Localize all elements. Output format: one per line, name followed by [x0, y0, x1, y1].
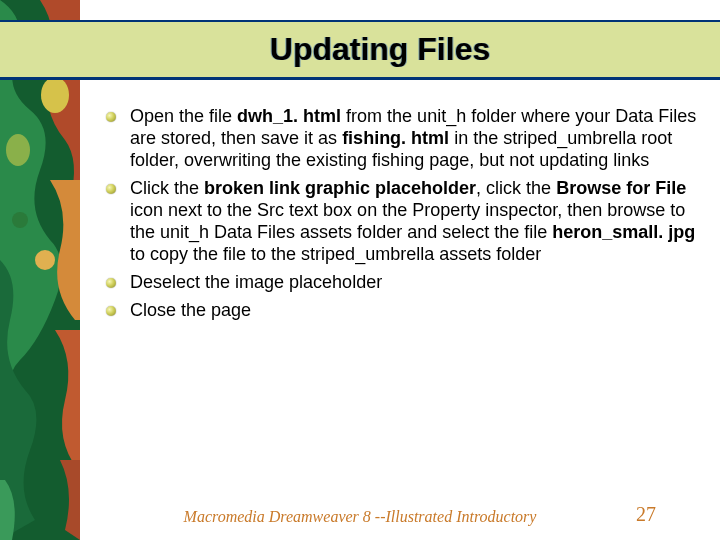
list-item: Close the page: [100, 300, 700, 322]
text: Click the: [130, 178, 204, 198]
bold-text: fishing. html: [342, 128, 449, 148]
footer-text: Macromedia Dreamweaver 8 --Illustrated I…: [184, 508, 537, 525]
slide-title: Updating Files: [270, 31, 490, 68]
text: Open the file: [130, 106, 237, 126]
page-number: 27: [636, 503, 656, 526]
bold-text: Browse for File: [556, 178, 686, 198]
bold-text: dwh_1. html: [237, 106, 341, 126]
content-area: Open the file dwh_1. html from the unit_…: [100, 106, 700, 328]
svg-point-3: [6, 134, 30, 166]
title-band: Updating Files: [0, 20, 720, 80]
text: Deselect the image placeholder: [130, 272, 382, 292]
list-item: Click the broken link graphic placeholde…: [100, 178, 700, 266]
bullet-list: Open the file dwh_1. html from the unit_…: [100, 106, 700, 322]
decorative-sidebar-art: [0, 0, 80, 540]
text: , click the: [476, 178, 556, 198]
list-item: Open the file dwh_1. html from the unit_…: [100, 106, 700, 172]
footer: Macromedia Dreamweaver 8 --Illustrated I…: [0, 508, 720, 526]
svg-point-5: [12, 212, 28, 228]
text: Close the page: [130, 300, 251, 320]
list-item: Deselect the image placeholder: [100, 272, 700, 294]
svg-point-2: [41, 77, 69, 113]
text: to copy the file to the striped_umbrella…: [130, 244, 541, 264]
bold-text: heron_small. jpg: [552, 222, 695, 242]
bold-text: broken link graphic placeholder: [204, 178, 476, 198]
svg-point-4: [35, 250, 55, 270]
